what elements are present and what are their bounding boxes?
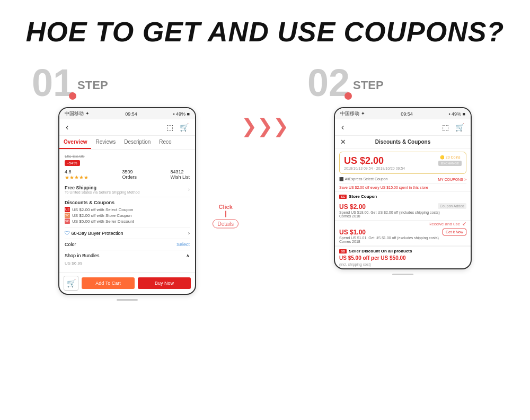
coins-badge: 🟡 20 Coins EXCHANGE	[438, 155, 462, 166]
step2-number: 02	[307, 64, 350, 102]
coupon-validity: 2018/10/13 09:54 - 2018/10/20 09:54	[344, 167, 462, 170]
click-annotation: Click Details	[213, 204, 238, 229]
protection-arrow-icon: ›	[188, 231, 190, 236]
details-circle[interactable]: Details	[213, 220, 238, 229]
wishlist-label: Wish List	[170, 174, 190, 180]
buyer-protection-row: 🛡 60-Day Buyer Protection ›	[65, 228, 190, 239]
back-arrow-icon[interactable]: ‹	[66, 122, 68, 132]
wishlist-col: 84312 Wish List	[170, 169, 190, 180]
store-coupon-1-desc: Spend US $18.00. Get US $2.00 off (inclu…	[339, 211, 466, 214]
step2-phone: 中国移动 ✦ 09:54 ▪ 49% ■ ‹ ⬚ 🛒 ✕ Discounts &…	[334, 107, 472, 269]
step2-back-arrow-icon[interactable]: ‹	[341, 122, 344, 132]
coupon-selector: ⬛ AliExpress Select Coupon MY COUPONS >	[339, 177, 466, 184]
step2-time: 09:54	[401, 111, 413, 117]
arrow-3: ❯	[273, 117, 289, 136]
add-to-cart-button[interactable]: Add To Cart	[82, 277, 135, 289]
coupon-1-text: US $2.00 off with Select Coupon	[72, 207, 133, 212]
step1-carrier: 中国移动 ✦	[65, 110, 90, 117]
coupon-entry-2: Get It Now US $1.00 Spend US $1.01. Get …	[335, 226, 471, 246]
store-coupon-2-expires: Comes 2018	[339, 240, 466, 243]
modal-header: ✕ Discounts & Coupons	[335, 136, 471, 148]
coupon-3-text: US $5.00 off with Seller Discount	[72, 219, 134, 224]
receive-arrow-icon: ↙	[462, 221, 466, 226]
step2-header: 02 STEP	[307, 64, 384, 102]
get-it-now-button[interactable]: Get It Now	[443, 229, 466, 235]
arrow-2: ❯	[257, 117, 273, 136]
step1-label: STEP	[77, 78, 108, 92]
bundles-chevron-icon: ∧	[186, 253, 190, 258]
discounts-section[interactable]: Discounts & Coupons US US $2.00 off with…	[65, 197, 190, 228]
aliexpress-select-label[interactable]: ⬛ AliExpress Select Coupon	[339, 177, 388, 181]
step1-annotation-area: 中国移动 ✦ 09:54 ▪ 49% ■ ‹ ⬚ 🛒 Overview Revi…	[58, 107, 196, 295]
coupon-icon-2: SC	[65, 213, 70, 218]
rating-row: 4.8 ★★★★★ 3509 Orders 84312 Wish List	[65, 169, 190, 180]
step1-nav: ‹ ⬚ 🛒	[59, 119, 195, 136]
step2-status-bar: 中国移动 ✦ 09:54 ▪ 49% ■	[335, 108, 471, 119]
save-text: Save US $2.00 off every US $15.00 spent …	[339, 186, 466, 189]
step2-share-icon[interactable]: ⬚	[442, 123, 449, 132]
original-price: US $3.99	[65, 154, 190, 159]
nav-icons: ⬚ 🛒	[166, 123, 189, 132]
color-label: Color	[65, 242, 76, 247]
buyer-protection-label: 60-Day Buyer Protection	[72, 231, 123, 236]
step2-battery: ▪ 49% ■	[448, 111, 465, 117]
click-arrow-line	[225, 211, 226, 217]
coupon-entry-1: Coupon Added US $2.00 Spend US $18.00. G…	[335, 201, 471, 221]
seller-discount-amount: US $5.00 off per US $50.00	[339, 255, 466, 261]
buyer-protection-left: 🛡 60-Day Buyer Protection	[65, 230, 123, 236]
rating-left: 4.8 ★★★★★	[65, 169, 89, 180]
cart-button-icon[interactable]: 🛒	[64, 276, 78, 291]
exchange-button[interactable]: EXCHANGE	[438, 161, 462, 166]
step1-time: 09:54	[125, 111, 137, 117]
coupon-added-badge: Coupon Added	[438, 203, 466, 209]
store-coupon-label: Store Coupon	[349, 194, 377, 199]
tab-description[interactable]: Description	[120, 136, 155, 149]
tab-reviews[interactable]: Reviews	[91, 136, 120, 149]
share-icon[interactable]: ⬚	[166, 123, 173, 132]
stars: ★★★★★	[65, 174, 89, 180]
receive-text: Receive and use	[428, 222, 460, 226]
step1-phone: 中国移动 ✦ 09:54 ▪ 49% ■ ‹ ⬚ 🛒 Overview Revi…	[58, 107, 196, 295]
shipping-arrow-icon: ›	[188, 187, 190, 192]
coupon-card: 🟡 20 Coins EXCHANGE US $2.00 2018/10/13 …	[339, 152, 466, 174]
step1-number: 01	[32, 64, 74, 102]
seller-header: SD Seller Discount On all products	[339, 249, 466, 253]
store-coupon-header: SC Store Coupon	[335, 191, 471, 201]
step2-cart-icon[interactable]: 🛒	[455, 123, 464, 132]
color-select-link[interactable]: Select	[176, 242, 190, 247]
step1-status-bar: 中国移动 ✦ 09:54 ▪ 49% ■	[59, 108, 195, 119]
big-arrows: ❯ ❯ ❯	[241, 117, 289, 136]
coins-label: 🟡 20 Coins	[440, 155, 461, 160]
cart-icon[interactable]: 🛒	[180, 123, 189, 132]
shipping-row: Free Shipping To United States via Selle…	[65, 182, 190, 197]
orders-label: Orders	[122, 174, 137, 180]
orders-count: 3509	[122, 169, 137, 174]
tab-reco[interactable]: Reco	[155, 136, 175, 149]
step2-section: 02 STEP 中国移动 ✦ 09:54 ▪ 49% ■ ‹ ⬚ 🛒 ✕ Di	[297, 64, 509, 275]
seller-discount-label: Seller Discount On all products	[349, 249, 412, 253]
step1-divider	[117, 299, 138, 301]
rating-number: 4.8	[65, 169, 89, 174]
step1-bottom-bar: 🛒 Add To Cart Buy Now	[59, 272, 195, 294]
tab-overview[interactable]: Overview	[59, 136, 91, 149]
step1-tabs: Overview Reviews Description Reco	[59, 136, 195, 150]
step2-nav: ‹ ⬚ 🛒	[335, 119, 471, 136]
arrow-1: ❯	[241, 117, 257, 136]
discount-badge: -54%	[65, 160, 80, 166]
discounts-title: Discounts & Coupons	[65, 200, 190, 205]
wishlist-count: 84312	[170, 169, 190, 174]
step2-label: STEP	[353, 78, 383, 92]
page-title: HOE TO GET AND USE COUPONS?	[26, 16, 504, 48]
buy-now-button[interactable]: Buy Now	[138, 277, 191, 289]
step2-nav-icons: ⬚ 🛒	[442, 123, 464, 132]
coupon-icon-1: US	[65, 207, 70, 212]
modal-close-icon[interactable]: ✕	[340, 138, 346, 146]
color-select-row[interactable]: Color Select	[65, 239, 190, 250]
my-coupons-link[interactable]: MY COUPONS >	[438, 178, 466, 181]
store-coupon-1-expires: Comes 2018	[339, 214, 466, 218]
coupon-icon-3: SD	[65, 218, 70, 224]
bundle-price: US $6.99	[65, 261, 190, 268]
seller-badge: SD	[339, 249, 347, 253]
orders-col: 3509 Orders	[122, 169, 137, 180]
shipping-desc: To United States via Seller's Shipping M…	[65, 190, 139, 194]
